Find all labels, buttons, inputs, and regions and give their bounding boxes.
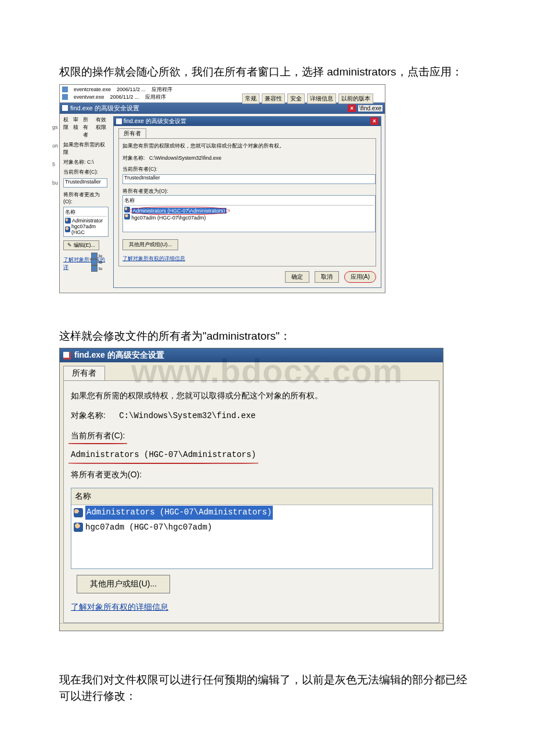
tab-compat[interactable]: 兼容性 — [262, 93, 285, 104]
selected-administrators: Administrators (HGC-07\Administrators) — [132, 208, 226, 214]
owner-candidates-list[interactable]: 名称 Administrators (HGC-07\Administrators… — [122, 195, 376, 232]
change-owner-label: 将所有者更改为(O): — [122, 188, 372, 195]
learn-more-link[interactable]: 了解对象所有权的详细信息 — [122, 255, 185, 261]
current-owner-value: Administrators (HGC-07\Administrators) — [71, 448, 256, 462]
dialog-title: find.exe 的高级安全设置 — [74, 350, 164, 361]
path-fragment: \find.exe — [358, 105, 383, 111]
tab-audit[interactable]: 审核 — [73, 116, 80, 139]
owner-candidates-list[interactable]: 名称 Administrator hgc07adm (HGC — [63, 207, 109, 237]
other-users-button[interactable]: 其他用户或组(U)... — [122, 239, 178, 250]
screenshot-2: find.exe 的高级安全设置 所有者 如果您有所需的权限或特权，您就可以取得… — [59, 348, 443, 631]
owner-note: 如果您有所需的权限或特权，您就可以取得或分配这个对象的所有权。 — [71, 389, 432, 403]
ok-button[interactable]: 确定 — [285, 271, 309, 283]
group-icon — [65, 218, 71, 224]
dialog-title: find.exe 的高级安全设置 — [70, 104, 139, 113]
list-item[interactable]: hgc07adm (HGC-07\hgc07adm) — [124, 214, 374, 221]
title-icon — [63, 352, 71, 359]
current-owner-label: 当前所有者(C): — [122, 165, 372, 173]
inner-title-text: find.exe 的高级安全设置 — [116, 117, 186, 125]
user-icon — [124, 214, 130, 219]
tab-permissions[interactable]: 权限 — [63, 116, 70, 139]
current-owner-field: TrustedInstaller — [122, 174, 376, 184]
selected-administrators: Administrators (HGC-07\Administrators) — [85, 506, 273, 520]
file-name: eventcreate.exe — [74, 87, 111, 92]
dialog-footer — [60, 623, 443, 631]
explorer-leftnav-icons: lo lo lo — [91, 253, 112, 272]
list-header: 名称 — [124, 197, 374, 206]
tab-effective[interactable]: 有效权限 — [96, 116, 109, 139]
object-name-label: 对象名称: — [71, 411, 106, 420]
change-owner-label: 将所有者更改为(O): — [63, 191, 109, 204]
title-icon — [62, 105, 68, 111]
note-fragment: 如果您有所需的权限 — [63, 141, 109, 156]
object-name-value: C:\ — [87, 159, 94, 165]
owner-dialog: find.exe 的高级安全设置 × 所有者 如果您有所需的权限或特权，您就可以… — [113, 116, 381, 288]
list-item[interactable]: Administrators (HGC-07\Administrators) — [71, 505, 432, 520]
learn-more-link[interactable]: 了解对象所有权的详细信息 — [71, 602, 168, 611]
file-date: 2006/11/2 ... — [117, 87, 146, 92]
group-icon — [74, 508, 83, 517]
change-owner-label: 将所有者更改为(O): — [71, 468, 432, 482]
list-item[interactable]: hgc07adm (HGC-07\hgc07adm) — [71, 520, 432, 535]
properties-tabstrip: 常规 兼容性 安全 详细信息 以前的版本 — [242, 93, 373, 104]
tab-owner[interactable]: 所有者 — [63, 366, 105, 380]
file-row[interactable]: eventcreate.exe 2006/11/2 ... 应用程序 — [62, 86, 383, 93]
list-item[interactable]: hgc07adm (HGC — [65, 224, 107, 235]
tab-owner[interactable]: 所有者 — [118, 128, 146, 138]
paragraph-3: 现在我们对文件权限可以进行任何预期的编辑了，以前是灰色无法编辑的部分都已经可以进… — [59, 672, 475, 705]
current-owner-label: 当前所有者(C): — [71, 429, 125, 443]
file-type: 应用程序 — [145, 93, 166, 101]
object-name-label: 对象名称: — [122, 155, 145, 161]
file-name: eventvwr.exe — [74, 94, 104, 100]
list-header: 名称 — [71, 488, 432, 505]
tab-general[interactable]: 常规 — [242, 93, 259, 104]
other-users-button[interactable]: 其他用户或组(U)... — [77, 575, 170, 593]
owner-candidates-list[interactable]: 名称 Administrators (HGC-07\Administrators… — [71, 488, 433, 569]
screenshot-1: 常规 兼容性 安全 详细信息 以前的版本 eventcreate.exe 200… — [59, 84, 385, 293]
edit-button[interactable]: ✎ 编辑(E)... — [63, 240, 99, 250]
current-owner-field: TrustedInstaller — [63, 178, 107, 188]
tab-security[interactable]: 安全 — [287, 93, 305, 104]
group-icon — [124, 207, 130, 213]
object-name-value: C:\Windows\System32\find.exe — [149, 155, 222, 161]
close-icon[interactable]: × — [348, 105, 356, 112]
list-header: 名称 — [65, 208, 107, 217]
tab-owner[interactable]: 所有者 — [83, 116, 92, 139]
gutter-marks: gs on 5 bu — [52, 124, 58, 199]
dialog-titlebar: find.exe 的高级安全设置 × \find.exe — [60, 103, 385, 114]
paragraph-2: 这样就会修改文件的所有者为"administrators"： — [59, 328, 475, 345]
file-date: 2006/11/2 ... — [110, 94, 139, 100]
nav-icon — [91, 265, 98, 272]
user-icon — [74, 523, 83, 532]
list-item[interactable]: Administrators (HGC-07\Administrators) — [124, 207, 374, 214]
file-icon — [62, 94, 68, 100]
paragraph-1: 权限的操作就会随心所欲，我们在所有者窗口上，选择 administrators，… — [59, 64, 475, 81]
owner-note: 如果您有所需的权限或特权，您就可以取得或分配这个对象的所有权。 — [122, 142, 372, 150]
object-name-value: C:\Windows\System32\find.exe — [119, 411, 255, 420]
nav-icon — [91, 259, 98, 265]
user-icon — [65, 226, 70, 232]
cancel-button[interactable]: 取消 — [315, 271, 339, 283]
file-type: 应用程序 — [151, 86, 172, 93]
dialog-titlebar: find.exe 的高级安全设置 — [60, 348, 443, 362]
list-item[interactable]: Administrator — [65, 218, 107, 224]
object-name-label: 对象名称: — [63, 159, 86, 165]
tab-details[interactable]: 详细信息 — [307, 93, 336, 104]
current-owner-label: 当前所有者(C): — [63, 168, 109, 176]
tab-prev-versions[interactable]: 以前的版本 — [338, 93, 373, 104]
close-icon[interactable]: × — [370, 117, 378, 125]
file-icon — [62, 87, 68, 92]
nav-icon — [91, 253, 98, 259]
apply-button[interactable]: 应用(A) — [344, 271, 376, 283]
